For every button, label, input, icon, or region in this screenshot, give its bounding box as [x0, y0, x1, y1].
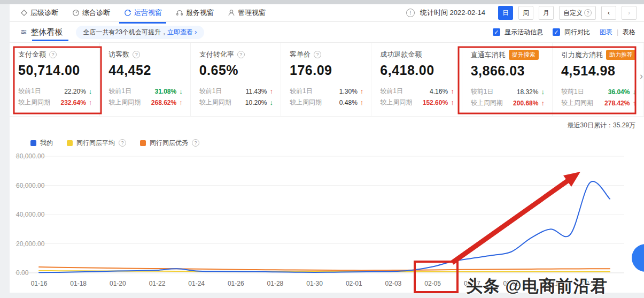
- nav-item-operations-view[interactable]: 运营视窗: [124, 8, 162, 18]
- card-title: 客单价: [290, 50, 311, 59]
- legend-item[interactable]: 同行同层平均?: [67, 139, 126, 148]
- x-axis-label: 01-30: [306, 280, 323, 287]
- card-compare-row: 较前1日11.43%↑: [199, 86, 273, 97]
- x-axis-label: 01-22: [149, 280, 166, 287]
- down-arrow-icon: ↓: [269, 98, 273, 106]
- card-row-label: 较前1日: [290, 87, 313, 96]
- card-title: 成功退款金额: [380, 50, 422, 59]
- nav-item-service-view[interactable]: 服务视窗: [176, 8, 214, 18]
- nav-item-comprehensive-diagnosis[interactable]: 综合诊断: [72, 8, 110, 18]
- y-axis-label: 60,000.00: [16, 182, 45, 189]
- period-button-custom[interactable]: 自定义 ?: [559, 6, 596, 20]
- card-help-icon[interactable]: ?: [133, 51, 140, 58]
- card-head: 支付金额?: [18, 50, 92, 59]
- card-row-label: 较前1日: [199, 87, 222, 96]
- card-row-label: 较上周同期: [471, 98, 503, 108]
- app-panel: 层级诊断 综合诊断 运营视窗 服务视窗 管理视窗 ! 统计时间 2022-0: [10, 4, 644, 293]
- checkbox-show-activity[interactable]: ✓: [493, 28, 500, 36]
- card-help-icon[interactable]: ?: [49, 51, 57, 58]
- board-title-underline: [32, 40, 68, 41]
- nav-item-label: 运营视窗: [134, 8, 162, 18]
- card-title: 直通车消耗: [471, 50, 506, 60]
- card-help-icon[interactable]: ?: [237, 51, 245, 58]
- metric-cards-row: 支付金额?50,714.00较前1日22.20%↓较上周同期232.64%↑访客…: [10, 42, 644, 117]
- opportunity-link[interactable]: 立即查看 ›: [167, 28, 197, 37]
- card-compare-row: 较前1日1.30%↑: [290, 86, 363, 97]
- gauge-icon: [72, 9, 80, 17]
- chart-canvas[interactable]: 0.0020,000.0040,000.0060,000.0080,000.00…: [10, 151, 644, 295]
- opportunity-pill: 全店一共有23个机会可提升， 立即查看 ›: [76, 26, 205, 39]
- x-axis-label: 01-16: [31, 280, 48, 287]
- metric-card[interactable]: 引力魔方消耗助力推荐4,514.98较前1日36.04%↓较上周同期278.42…: [553, 43, 644, 116]
- headset-icon: [176, 9, 183, 17]
- stat-time-label: 统计时间 2022-02-14: [420, 8, 485, 18]
- metric-card[interactable]: 支付转化率?0.65%较前1日11.43%↑较上周同期10.20%↓: [191, 43, 281, 116]
- card-rows: 较前1日22.20%↓较上周同期232.64%↑: [18, 86, 92, 108]
- info-icon[interactable]: !: [406, 9, 415, 17]
- card-value: 44,452: [108, 63, 182, 78]
- view-table-link[interactable]: 表格: [623, 28, 635, 37]
- up-arrow-icon: ↑: [360, 87, 364, 95]
- card-value: 0.65%: [199, 63, 273, 78]
- x-axis-label: 01-28: [267, 280, 284, 287]
- legend-help-icon: ?: [192, 139, 199, 147]
- card-compare-row: 较前1日4.16%↑: [380, 86, 454, 97]
- card-row-label: 较前1日: [471, 87, 494, 96]
- x-axis-label: 01-18: [70, 280, 87, 287]
- card-badge[interactable]: 助力推荐: [606, 50, 636, 60]
- card-row-value: 152.60%: [423, 99, 448, 106]
- legend-item[interactable]: 同行同层优秀?: [140, 139, 199, 148]
- period-button-week[interactable]: 周: [518, 6, 533, 20]
- card-badge[interactable]: 提升搜索: [509, 50, 539, 60]
- card-rows: 较前1日31.08%↓较上周同期268.62%↑: [108, 86, 182, 108]
- card-row-label: 较前1日: [18, 87, 41, 96]
- up-arrow-icon: ↑: [451, 98, 454, 106]
- metric-card[interactable]: 客单价?176.09较前1日1.30%↑较上周同期0.48%↑: [281, 43, 371, 116]
- card-row-label: 较前1日: [380, 87, 403, 96]
- period-button-month[interactable]: 月: [539, 6, 554, 20]
- legend-swatch: [140, 140, 146, 146]
- up-arrow-icon: ↑: [179, 98, 183, 106]
- chevron-right-icon: ›: [628, 9, 630, 17]
- nav-item-level-diagnosis[interactable]: 层级诊断: [20, 8, 58, 18]
- dashboard-page: 层级诊断 综合诊断 运营视窗 服务视窗 管理视窗 ! 统计时间 2022-0: [0, 0, 644, 298]
- card-compare-row: 较上周同期200.68%↑: [471, 97, 545, 109]
- metric-card[interactable]: 访客数?44,452较前1日31.08%↓较上周同期268.62%↑: [100, 43, 190, 116]
- x-axis-label: 01-26: [228, 280, 244, 287]
- nav-item-management-view[interactable]: 管理视窗: [228, 8, 266, 18]
- card-title: 访客数: [108, 50, 129, 59]
- card-value: 50,714.00: [18, 63, 92, 78]
- card-head: 直通车消耗提升搜索: [471, 50, 545, 60]
- metric-card[interactable]: 支付金额?50,714.00较前1日22.20%↓较上周同期232.64%↑: [10, 43, 100, 116]
- card-title: 支付金额: [18, 50, 46, 59]
- series-line-我的: [39, 181, 610, 272]
- metric-card[interactable]: 成功退款金额6,418.00较前1日4.16%↑较上周同期152.60%↑: [371, 43, 462, 116]
- cards-next-button[interactable]: ›: [640, 71, 643, 82]
- prev-date-button[interactable]: ‹: [601, 6, 616, 20]
- y-axis-label: 0.00: [16, 269, 29, 277]
- legend-swatch: [67, 140, 73, 146]
- x-axis-label: 01-20: [110, 280, 126, 287]
- card-rows: 较前1日11.43%↑较上周同期10.20%↓: [199, 86, 273, 108]
- checkbox-peer-compare[interactable]: ✓: [553, 28, 560, 36]
- y-axis-label: 80,000.00: [16, 152, 45, 160]
- metric-card[interactable]: 直通车消耗提升搜索3,866.03较前1日18.32%↓较上周同期200.68%…: [462, 43, 553, 116]
- series-line-同行同层优秀: [39, 267, 610, 270]
- view-chart-link[interactable]: 图表: [600, 28, 612, 37]
- period-button-day[interactable]: 日: [498, 6, 513, 20]
- card-compare-row: 较上周同期0.48%↑: [290, 97, 363, 108]
- down-arrow-icon: ↓: [179, 87, 183, 95]
- card-help-icon[interactable]: ?: [314, 51, 321, 58]
- legend-help-icon: ?: [119, 139, 126, 147]
- y-axis-label: 40,000.00: [16, 211, 45, 218]
- card-row-value: 11.43%: [246, 88, 267, 95]
- card-row-label: 较上周同期: [18, 98, 50, 107]
- period-button-custom-label: 自定义: [563, 9, 583, 18]
- card-row-value: 200.68%: [513, 100, 538, 107]
- legend-item[interactable]: 我的: [30, 139, 53, 148]
- up-arrow-icon: ↑: [451, 87, 454, 95]
- legend-label: 同行同层优秀: [150, 139, 188, 148]
- next-date-button[interactable]: ›: [622, 6, 637, 20]
- y-axis-label: 20,000.00: [16, 240, 45, 248]
- card-row-value: 36.04%: [608, 88, 630, 96]
